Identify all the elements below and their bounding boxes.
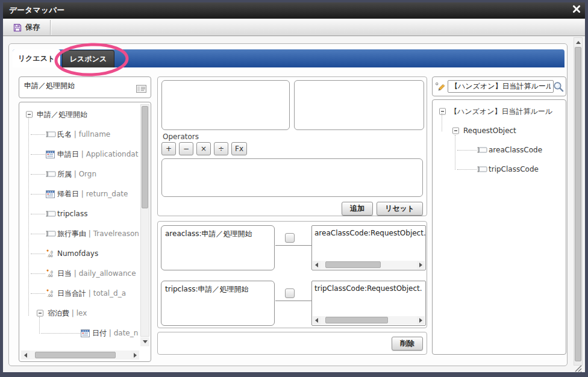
tree-item: 申請／処理開始 [20, 104, 139, 124]
tree-connector-line [457, 150, 477, 151]
rule-search-box [432, 76, 566, 96]
operand-right-box[interactable] [294, 80, 424, 130]
save-button[interactable]: 保存 [7, 20, 46, 34]
floppy-disk-icon [13, 23, 22, 33]
scroll-left-button[interactable] [313, 261, 321, 269]
scrollbar-thumb[interactable] [325, 317, 388, 323]
tree-item: tripClassCode [434, 160, 563, 179]
tree-item-label[interactable]: 申請／処理開始 [37, 109, 87, 119]
tree-item-label[interactable]: 日当合計 | total_d_a [57, 288, 126, 298]
text-field-icon [46, 210, 56, 217]
mapping-list-box: areaclass:申請／処理開始areaClassCode:RequestOb… [157, 221, 427, 328]
collapse-icon[interactable] [452, 127, 460, 135]
add-button[interactable]: 追加 [342, 202, 373, 216]
tab-response[interactable]: レスポンス [62, 50, 114, 67]
tree-item: 【ハンズオン】日当計算ルール [434, 102, 563, 121]
tree-item: areaClassCode [434, 140, 563, 160]
tree-connector-line [31, 214, 45, 214]
form-detail-icon[interactable] [136, 84, 146, 95]
text-field-icon [46, 170, 56, 178]
tree-connector-line [31, 293, 45, 294]
scrollbar-thumb[interactable] [325, 261, 381, 268]
operator-fx-button[interactable]: Fx [231, 142, 247, 155]
window-vertical-scrollbar[interactable] [574, 37, 583, 366]
pencil-icon [435, 82, 446, 95]
tree-item-label[interactable]: 帰着日 | return_date [57, 188, 128, 199]
tree-item-label[interactable]: 所属 | Orgn [57, 169, 96, 179]
toolbar: 保存 [3, 19, 585, 36]
scroll-down-button[interactable] [140, 337, 149, 346]
mapping-target-box[interactable]: areaClassCode:RequestObject.【ハ [311, 225, 426, 270]
scroll-right-button[interactable] [131, 351, 139, 360]
scroll-up-button[interactable] [574, 38, 582, 46]
horizontal-scrollbar[interactable] [313, 261, 425, 269]
operator-minus-button[interactable]: − [179, 142, 193, 155]
tree-connector-line [31, 254, 45, 254]
tree-connector-line [31, 174, 45, 175]
horizontal-scrollbar[interactable] [21, 351, 139, 360]
tree-item-label[interactable]: RequestObject [463, 126, 516, 135]
text-field-icon [477, 166, 487, 173]
dialog-body: リクエスト レスポンス 申請／処理開始 [3, 36, 585, 372]
tree-connector-line [39, 317, 40, 334]
mapping-target-box[interactable]: tripClassCode:RequestObject.【ハ [311, 281, 426, 326]
number-field-icon: .0.00 [46, 249, 55, 258]
resize-grip-icon[interactable] [572, 363, 583, 372]
tree-item-label[interactable]: 申請日 | Applicationdate [57, 149, 139, 159]
number-field-icon: .0.00 [46, 269, 55, 278]
tree-item-label[interactable]: 日当 | daily_allowance [57, 268, 136, 278]
close-icon[interactable] [572, 4, 582, 13]
rule-tree-box: 【ハンズオン】日当計算ルールRequestObjectareaClassCode… [432, 99, 566, 355]
collapse-icon[interactable] [36, 309, 44, 317]
operator-divide-button[interactable]: ÷ [214, 142, 228, 155]
mapping-actions-bar: 削除 [157, 332, 427, 355]
collapse-icon[interactable] [439, 108, 446, 116]
mapping-source-box[interactable]: areaclass:申請／処理開始 [161, 225, 275, 270]
tree-item-label[interactable]: areaClassCode [489, 146, 542, 154]
scrollbar-thumb[interactable] [142, 106, 148, 208]
text-field-icon [46, 229, 56, 237]
arrow-up-icon [576, 41, 581, 44]
mapping-checkbox[interactable] [285, 288, 295, 298]
tree-item-label[interactable]: 旅行事由 | Travelreason [57, 228, 139, 238]
operator-multiply-button[interactable]: × [196, 142, 211, 155]
source-tree-box: 申請／処理開始氏名 | fullname申請日 | Applicationdat… [19, 102, 151, 362]
tree-item-label[interactable]: 【ハンズオン】日当計算ルール [450, 107, 552, 117]
arrow-right-icon [419, 263, 422, 267]
vertical-scrollbar[interactable] [140, 104, 149, 337]
horizontal-scrollbar[interactable] [313, 316, 425, 325]
scroll-left-button[interactable] [313, 316, 321, 325]
tree-item: 氏名 | fullname [20, 124, 139, 144]
tree-item-label[interactable]: 宿泊費 | lex [48, 308, 87, 318]
mapping-source-box[interactable]: tripclass:申請／処理開始 [161, 281, 275, 326]
delete-button[interactable]: 削除 [392, 337, 423, 351]
arrow-right-icon [419, 318, 422, 323]
mapping-checkbox[interactable] [285, 233, 295, 243]
svg-text:.00: .00 [47, 254, 53, 258]
tree-item-label[interactable]: Numofdays [57, 249, 98, 258]
scroll-left-button[interactable] [21, 351, 30, 360]
tree-item-label[interactable]: 日付 | date_night [92, 328, 139, 338]
tab-bar: リクエスト レスポンス [13, 49, 565, 67]
scroll-right-button[interactable] [417, 316, 425, 325]
tree-connector-line [31, 154, 45, 155]
scrollbar-thumb[interactable] [35, 352, 116, 358]
tree-item-label[interactable]: tripClassCode [489, 165, 539, 173]
operator-plus-button[interactable]: + [161, 142, 176, 155]
tree-item-label[interactable]: tripclass [57, 210, 87, 218]
tree-item: RequestObject [434, 121, 563, 140]
scrollbar-thumb[interactable] [575, 47, 581, 361]
rule-search-input[interactable] [448, 80, 554, 93]
save-label: 保存 [25, 22, 40, 33]
operand-left-box[interactable] [161, 80, 290, 130]
rule-tree: 【ハンズオン】日当計算ルールRequestObjectareaClassCode… [434, 102, 563, 349]
source-tree: 申請／処理開始氏名 | fullname申請日 | Applicationdat… [20, 104, 139, 341]
search-icon[interactable] [552, 81, 565, 95]
reset-button[interactable]: リセット [377, 202, 423, 216]
tree-item-label[interactable]: 氏名 | fullname [57, 129, 110, 139]
tree-item: 旅行事由 | Travelreason [20, 223, 139, 243]
tab-request[interactable]: リクエスト [13, 49, 60, 67]
scroll-right-button[interactable] [417, 261, 425, 269]
collapse-icon[interactable] [25, 110, 33, 118]
expression-box[interactable] [161, 158, 423, 197]
